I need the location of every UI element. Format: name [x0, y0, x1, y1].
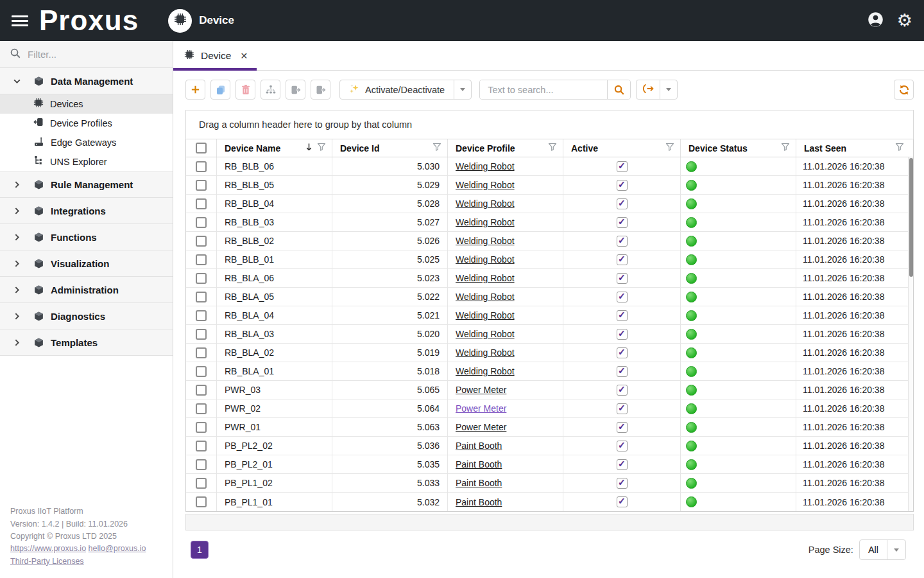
email-link[interactable]: hello@proxus.io — [89, 544, 146, 553]
row-checkbox[interactable] — [196, 292, 207, 302]
row-checkbox[interactable] — [196, 236, 207, 247]
device-profile-link[interactable]: Welding Robot — [456, 273, 515, 283]
table-row[interactable]: PB_PL2_02 5.036 Paint Booth 11.01.2026 1… — [186, 437, 913, 455]
device-profile-link[interactable]: Welding Robot — [456, 217, 515, 227]
row-checkbox[interactable] — [196, 366, 207, 377]
refresh-button[interactable] — [894, 80, 914, 100]
scrollbar-thumb[interactable] — [909, 158, 913, 277]
active-checkbox[interactable] — [617, 161, 628, 172]
table-row[interactable]: RB_BLA_06 5.023 Welding Robot 11.01.2026… — [186, 269, 913, 288]
column-header-device-name[interactable]: Device Name — [217, 139, 332, 157]
sidebar-group-templates[interactable]: Templates — [0, 329, 173, 356]
table-row[interactable]: RB_BLB_01 5.025 Welding Robot 11.01.2026… — [186, 250, 913, 269]
filter-icon[interactable] — [665, 143, 674, 153]
licenses-link[interactable]: Third-Party Licenses — [10, 557, 84, 566]
sidebar-item-edge-gateways[interactable]: Edge Gateways — [0, 133, 173, 152]
column-header-last-seen[interactable]: Last Seen — [796, 139, 913, 157]
page-size-caret[interactable] — [887, 540, 905, 559]
row-checkbox[interactable] — [196, 496, 207, 507]
select-all-checkbox[interactable] — [196, 143, 207, 153]
table-row[interactable]: RB_BLB_05 5.029 Welding Robot 11.01.2026… — [186, 176, 913, 195]
device-profile-link[interactable]: Paint Booth — [456, 441, 502, 451]
import-device-button[interactable] — [311, 80, 330, 100]
table-row[interactable]: PWR_03 5.065 Power Meter 11.01.2026 16:2… — [186, 381, 913, 399]
export-button[interactable] — [636, 80, 678, 100]
row-checkbox[interactable] — [196, 441, 207, 451]
sidebar-item-device-profiles[interactable]: Device Profiles — [0, 114, 173, 133]
row-checkbox[interactable] — [196, 180, 207, 191]
page-size-select[interactable]: All — [859, 539, 906, 560]
row-checkbox[interactable] — [196, 254, 207, 265]
device-profile-link[interactable]: Welding Robot — [456, 366, 515, 376]
table-row[interactable]: RB_BLA_03 5.020 Welding Robot 11.01.2026… — [186, 325, 913, 344]
row-checkbox[interactable] — [196, 273, 207, 284]
sitemap-button[interactable] — [261, 80, 280, 100]
sidebar-item-uns-explorer[interactable]: UNS Explorer — [0, 152, 173, 171]
filter-icon[interactable] — [548, 143, 557, 153]
device-profile-link[interactable]: Welding Robot — [456, 329, 515, 339]
menu-icon[interactable] — [12, 15, 28, 26]
active-checkbox[interactable] — [617, 366, 628, 377]
sidebar-group-functions[interactable]: Functions — [0, 224, 173, 250]
user-account-icon[interactable] — [867, 11, 884, 31]
table-row[interactable]: PWR_02 5.064 Power Meter 11.01.2026 16:2… — [186, 399, 913, 418]
active-checkbox[interactable] — [617, 422, 628, 433]
sidebar-group-diagnostics[interactable]: Diagnostics — [0, 303, 173, 329]
sidebar-group-administration[interactable]: Administration — [0, 277, 173, 303]
page-1-button[interactable]: 1 — [191, 541, 209, 559]
export-dropdown-caret[interactable] — [660, 80, 677, 99]
device-profile-link[interactable]: Power Meter — [456, 403, 506, 414]
sidebar-item-devices[interactable]: Devices — [0, 94, 173, 114]
row-checkbox[interactable] — [196, 385, 207, 396]
filter-icon[interactable] — [781, 143, 790, 153]
column-header-device-id[interactable]: Device Id — [332, 139, 448, 157]
device-profile-link[interactable]: Welding Robot — [456, 292, 515, 302]
row-checkbox[interactable] — [196, 459, 207, 470]
sidebar-group-visualization[interactable]: Visualization — [0, 250, 173, 277]
row-checkbox[interactable] — [196, 329, 207, 340]
row-checkbox[interactable] — [196, 161, 207, 172]
active-checkbox[interactable] — [617, 217, 628, 228]
column-header-device-status[interactable]: Device Status — [681, 139, 796, 157]
activate-deactivate-button[interactable]: Activate/Deactivate — [339, 80, 472, 100]
table-row[interactable]: PWR_01 5.063 Power Meter 11.01.2026 16:2… — [186, 418, 913, 437]
active-checkbox[interactable] — [617, 496, 628, 507]
table-row[interactable]: RB_BLA_02 5.019 Welding Robot 11.01.2026… — [186, 344, 913, 362]
table-row[interactable]: RB_BLB_06 5.030 Welding Robot 11.01.2026… — [186, 157, 913, 176]
active-checkbox[interactable] — [617, 198, 628, 209]
column-header-device-profile[interactable]: Device Profile — [448, 139, 563, 157]
device-profile-link[interactable]: Paint Booth — [456, 459, 502, 469]
sidebar-group-rule-management[interactable]: Rule Management — [0, 171, 173, 198]
row-checkbox[interactable] — [196, 198, 207, 209]
active-checkbox[interactable] — [617, 254, 628, 265]
close-icon[interactable]: ✕ — [240, 51, 248, 61]
activate-dropdown-caret[interactable] — [454, 80, 471, 99]
device-profile-link[interactable]: Power Meter — [456, 385, 506, 395]
active-checkbox[interactable] — [617, 441, 628, 451]
active-checkbox[interactable] — [617, 347, 628, 358]
sidebar-group-integrations[interactable]: Integrations — [0, 198, 173, 224]
filter-icon[interactable] — [317, 143, 326, 153]
add-button[interactable] — [185, 80, 205, 100]
settings-gear-icon[interactable]: ⚙ — [897, 12, 912, 30]
active-checkbox[interactable] — [617, 478, 628, 489]
device-profile-link[interactable]: Welding Robot — [456, 347, 515, 358]
export-device-button[interactable] — [286, 80, 305, 100]
table-row[interactable]: RB_BLB_03 5.027 Welding Robot 11.01.2026… — [186, 213, 913, 232]
table-row[interactable]: PB_PL2_01 5.035 Paint Booth 11.01.2026 1… — [186, 455, 913, 474]
row-checkbox[interactable] — [196, 310, 207, 321]
tab-device[interactable]: Device ✕ — [173, 41, 257, 70]
sidebar-group-data-management[interactable]: Data Management — [0, 68, 173, 94]
table-row[interactable]: RB_BLA_04 5.021 Welding Robot 11.01.2026… — [186, 306, 913, 325]
device-profile-link[interactable]: Power Meter — [456, 422, 506, 432]
active-checkbox[interactable] — [617, 329, 628, 340]
copy-button[interactable] — [210, 80, 230, 100]
column-header-active[interactable]: Active — [563, 139, 681, 157]
table-row[interactable]: PB_PL1_02 5.033 Paint Booth 11.01.2026 1… — [186, 474, 913, 493]
active-checkbox[interactable] — [617, 180, 628, 191]
device-profile-link[interactable]: Welding Robot — [456, 254, 515, 265]
table-row[interactable]: RB_BLB_02 5.026 Welding Robot 11.01.2026… — [186, 232, 913, 250]
sidebar-filter-input[interactable] — [28, 49, 163, 60]
search-button[interactable] — [607, 80, 630, 99]
row-checkbox[interactable] — [196, 347, 207, 358]
